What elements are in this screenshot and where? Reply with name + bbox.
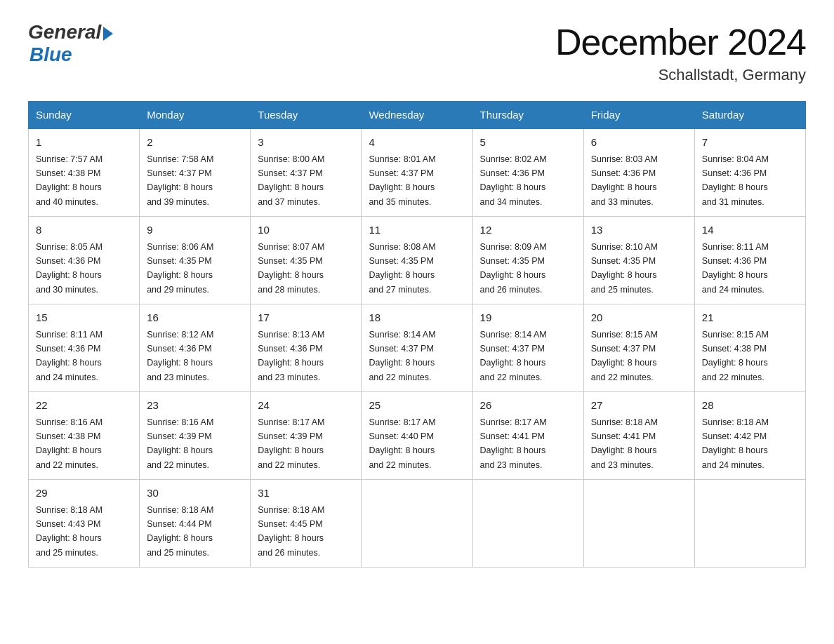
calendar-day-cell: 11Sunrise: 8:08 AM Sunset: 4:35 PM Dayli…: [362, 217, 472, 304]
header-thursday: Thursday: [472, 102, 583, 129]
calendar-week-row: 15Sunrise: 8:11 AM Sunset: 4:36 PM Dayli…: [29, 304, 806, 392]
day-info: Sunrise: 7:57 AM Sunset: 4:38 PM Dayligh…: [36, 154, 102, 207]
day-number: 11: [369, 222, 465, 239]
day-info: Sunrise: 8:07 AM Sunset: 4:35 PM Dayligh…: [258, 242, 324, 295]
calendar-day-cell: 4Sunrise: 8:01 AM Sunset: 4:37 PM Daylig…: [362, 128, 472, 217]
day-info: Sunrise: 8:01 AM Sunset: 4:37 PM Dayligh…: [369, 154, 435, 207]
calendar-day-cell: 23Sunrise: 8:16 AM Sunset: 4:39 PM Dayli…: [140, 392, 251, 480]
day-number: 6: [591, 135, 687, 151]
calendar-day-cell: 14Sunrise: 8:11 AM Sunset: 4:36 PM Dayli…: [694, 217, 805, 304]
header-saturday: Saturday: [694, 102, 805, 129]
day-info: Sunrise: 8:11 AM Sunset: 4:36 PM Dayligh…: [702, 242, 769, 295]
day-number: 17: [258, 310, 354, 326]
day-info: Sunrise: 8:10 AM Sunset: 4:35 PM Dayligh…: [591, 242, 658, 295]
calendar-day-cell: 15Sunrise: 8:11 AM Sunset: 4:36 PM Dayli…: [29, 304, 140, 392]
calendar-week-row: 29Sunrise: 8:18 AM Sunset: 4:43 PM Dayli…: [29, 480, 806, 568]
month-year-title: December 2024: [555, 21, 806, 63]
day-info: Sunrise: 8:08 AM Sunset: 4:35 PM Dayligh…: [369, 242, 435, 295]
day-number: 9: [147, 222, 243, 239]
calendar-day-cell: [472, 480, 583, 568]
day-number: 12: [480, 222, 576, 239]
calendar-day-cell: 3Sunrise: 8:00 AM Sunset: 4:37 PM Daylig…: [251, 128, 362, 217]
day-number: 18: [369, 310, 465, 326]
calendar-day-cell: 5Sunrise: 8:02 AM Sunset: 4:36 PM Daylig…: [472, 128, 583, 217]
day-number: 30: [147, 485, 243, 502]
calendar-day-cell: 24Sunrise: 8:17 AM Sunset: 4:39 PM Dayli…: [251, 392, 362, 480]
location-subtitle: Schallstadt, Germany: [555, 66, 806, 84]
day-info: Sunrise: 8:18 AM Sunset: 4:41 PM Dayligh…: [591, 417, 658, 470]
day-number: 2: [147, 135, 243, 151]
calendar-day-cell: 6Sunrise: 8:03 AM Sunset: 4:36 PM Daylig…: [583, 128, 694, 217]
calendar-table: SundayMondayTuesdayWednesdayThursdayFrid…: [28, 101, 806, 568]
logo-general: General: [28, 21, 101, 43]
day-info: Sunrise: 8:15 AM Sunset: 4:38 PM Dayligh…: [702, 330, 769, 382]
day-info: Sunrise: 8:13 AM Sunset: 4:36 PM Dayligh…: [258, 330, 324, 382]
calendar-day-cell: 13Sunrise: 8:10 AM Sunset: 4:35 PM Dayli…: [583, 217, 694, 304]
day-number: 31: [258, 485, 354, 502]
day-number: 28: [702, 398, 798, 414]
calendar-day-cell: 29Sunrise: 8:18 AM Sunset: 4:43 PM Dayli…: [29, 480, 140, 568]
day-number: 16: [147, 310, 243, 326]
header-wednesday: Wednesday: [362, 102, 472, 129]
calendar-header-row: SundayMondayTuesdayWednesdayThursdayFrid…: [29, 102, 806, 129]
header-sunday: Sunday: [29, 102, 140, 129]
day-number: 13: [591, 222, 687, 239]
day-number: 3: [258, 135, 354, 151]
day-number: 23: [147, 398, 243, 414]
calendar-day-cell: 21Sunrise: 8:15 AM Sunset: 4:38 PM Dayli…: [694, 304, 805, 392]
calendar-day-cell: [362, 480, 472, 568]
header-monday: Monday: [140, 102, 251, 129]
day-info: Sunrise: 8:04 AM Sunset: 4:36 PM Dayligh…: [702, 154, 769, 207]
day-info: Sunrise: 8:17 AM Sunset: 4:39 PM Dayligh…: [258, 417, 324, 470]
calendar-day-cell: 30Sunrise: 8:18 AM Sunset: 4:44 PM Dayli…: [140, 480, 251, 568]
day-number: 20: [591, 310, 687, 326]
day-info: Sunrise: 8:18 AM Sunset: 4:43 PM Dayligh…: [36, 505, 102, 558]
day-info: Sunrise: 8:15 AM Sunset: 4:37 PM Dayligh…: [591, 330, 658, 382]
calendar-day-cell: [583, 480, 694, 568]
page-header: General Blue December 2024 Schallstadt, …: [28, 21, 806, 84]
day-number: 27: [591, 398, 687, 414]
day-info: Sunrise: 8:06 AM Sunset: 4:35 PM Dayligh…: [147, 242, 213, 295]
day-info: Sunrise: 8:17 AM Sunset: 4:41 PM Dayligh…: [480, 417, 547, 470]
day-info: Sunrise: 8:09 AM Sunset: 4:35 PM Dayligh…: [480, 242, 547, 295]
day-number: 4: [369, 135, 465, 151]
calendar-week-row: 22Sunrise: 8:16 AM Sunset: 4:38 PM Dayli…: [29, 392, 806, 480]
calendar-day-cell: [694, 480, 805, 568]
header-friday: Friday: [583, 102, 694, 129]
day-info: Sunrise: 8:00 AM Sunset: 4:37 PM Dayligh…: [258, 154, 324, 207]
calendar-week-row: 8Sunrise: 8:05 AM Sunset: 4:36 PM Daylig…: [29, 217, 806, 304]
calendar-day-cell: 12Sunrise: 8:09 AM Sunset: 4:35 PM Dayli…: [472, 217, 583, 304]
day-number: 21: [702, 310, 798, 326]
day-info: Sunrise: 8:17 AM Sunset: 4:40 PM Dayligh…: [369, 417, 435, 470]
day-number: 7: [702, 135, 798, 151]
calendar-day-cell: 16Sunrise: 8:12 AM Sunset: 4:36 PM Dayli…: [140, 304, 251, 392]
calendar-day-cell: 8Sunrise: 8:05 AM Sunset: 4:36 PM Daylig…: [29, 217, 140, 304]
day-info: Sunrise: 8:18 AM Sunset: 4:42 PM Dayligh…: [702, 417, 769, 470]
day-info: Sunrise: 8:18 AM Sunset: 4:45 PM Dayligh…: [258, 505, 324, 558]
day-number: 19: [480, 310, 576, 326]
calendar-day-cell: 1Sunrise: 7:57 AM Sunset: 4:38 PM Daylig…: [29, 128, 140, 217]
day-number: 24: [258, 398, 354, 414]
calendar-day-cell: 7Sunrise: 8:04 AM Sunset: 4:36 PM Daylig…: [694, 128, 805, 217]
calendar-day-cell: 18Sunrise: 8:14 AM Sunset: 4:37 PM Dayli…: [362, 304, 472, 392]
day-info: Sunrise: 8:02 AM Sunset: 4:36 PM Dayligh…: [480, 154, 547, 207]
day-number: 14: [702, 222, 798, 239]
calendar-day-cell: 17Sunrise: 8:13 AM Sunset: 4:36 PM Dayli…: [251, 304, 362, 392]
day-number: 22: [36, 398, 132, 414]
day-info: Sunrise: 8:16 AM Sunset: 4:38 PM Dayligh…: [36, 417, 102, 470]
day-number: 29: [36, 485, 132, 502]
day-number: 25: [369, 398, 465, 414]
day-number: 26: [480, 398, 576, 414]
calendar-day-cell: 9Sunrise: 8:06 AM Sunset: 4:35 PM Daylig…: [140, 217, 251, 304]
calendar-day-cell: 20Sunrise: 8:15 AM Sunset: 4:37 PM Dayli…: [583, 304, 694, 392]
day-info: Sunrise: 8:14 AM Sunset: 4:37 PM Dayligh…: [480, 330, 547, 382]
day-info: Sunrise: 8:12 AM Sunset: 4:36 PM Dayligh…: [147, 330, 213, 382]
day-info: Sunrise: 8:18 AM Sunset: 4:44 PM Dayligh…: [147, 505, 213, 558]
title-area: December 2024 Schallstadt, Germany: [555, 21, 806, 84]
calendar-day-cell: 25Sunrise: 8:17 AM Sunset: 4:40 PM Dayli…: [362, 392, 472, 480]
day-number: 15: [36, 310, 132, 326]
calendar-day-cell: 2Sunrise: 7:58 AM Sunset: 4:37 PM Daylig…: [140, 128, 251, 217]
day-info: Sunrise: 8:03 AM Sunset: 4:36 PM Dayligh…: [591, 154, 658, 207]
calendar-day-cell: 31Sunrise: 8:18 AM Sunset: 4:45 PM Dayli…: [251, 480, 362, 568]
calendar-day-cell: 10Sunrise: 8:07 AM Sunset: 4:35 PM Dayli…: [251, 217, 362, 304]
